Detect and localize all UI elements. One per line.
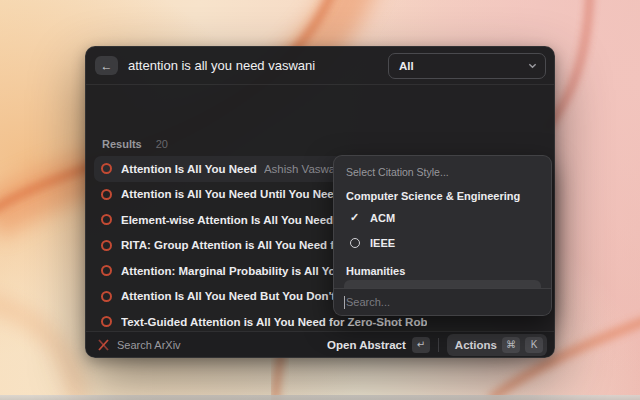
extension-name: Search ArXiv [117,339,181,351]
arxiv-paper-icon [101,316,112,327]
arxiv-paper-icon [101,163,112,174]
citation-option-ieee[interactable]: IEEE [344,230,541,255]
arxiv-paper-icon [101,189,112,200]
result-title: Element-wise Attention Is All You Need [121,214,333,226]
popup-section-title: Humanities [346,265,539,277]
results-count: 20 [156,138,168,150]
action-bar: Search ArXiv Open Abstract ↵ Actions ⌘ K [86,331,554,357]
citation-style-options: Select Citation Style... Computer Scienc… [334,156,551,288]
back-button[interactable]: ← [95,56,118,75]
raycast-window: ← attention is all you need vaswani All … [85,46,555,358]
filter-dropdown-value: All [399,60,414,72]
search-header: ← attention is all you need vaswani All [86,47,554,85]
result-title: Attention Is All You Need [121,163,257,175]
chevron-down-icon [528,61,537,70]
citation-option-chicago[interactable]: Chicago [344,280,541,288]
filter-dropdown[interactable]: All [388,53,546,79]
return-key-icon: ↵ [412,337,430,353]
arxiv-paper-icon [101,265,112,276]
open-abstract-button[interactable]: Open Abstract ↵ [327,337,430,353]
results-label: Results [102,138,142,150]
search-placeholder: Search... [346,296,390,308]
arxiv-paper-icon [101,240,112,251]
actions-button[interactable]: Actions ⌘ K [447,334,547,356]
back-arrow-icon: ← [101,57,113,75]
arxiv-paper-icon [101,291,112,302]
result-title: Attention is All You Need Until You Need… [121,188,343,200]
wallpaper-bottom-strip [0,395,640,400]
result-title: Text-Guided Attention is All You Need fo… [121,316,427,328]
citation-option-acm[interactable]: ✓ ACM [344,205,541,230]
text-cursor [344,296,345,309]
citation-option-label: ACM [370,212,395,224]
popup-section-title: Computer Science & Engineering [346,190,539,202]
results-section-header: Results 20 [86,135,554,153]
check-icon: ✓ [350,211,359,224]
footer-divider [438,338,439,352]
citation-search-input[interactable]: Search... [334,288,551,315]
search-input[interactable]: attention is all you need vaswani [128,58,388,73]
command-key-icon: ⌘ [502,337,520,353]
citation-style-popup: Select Citation Style... Computer Scienc… [333,155,552,316]
arxiv-paper-icon [101,214,112,225]
radio-circle-icon [350,238,360,248]
arxiv-logo-icon [98,339,109,351]
citation-option-label: IEEE [370,237,395,249]
k-key-icon: K [525,337,543,353]
popup-title: Select Citation Style... [346,166,539,178]
